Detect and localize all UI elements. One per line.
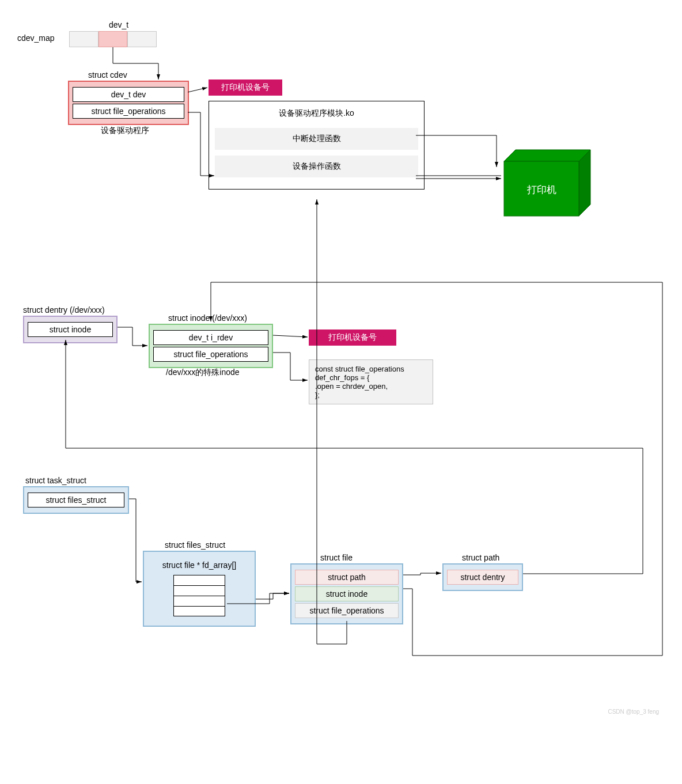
cdev-map-slot-3 bbox=[127, 31, 157, 47]
dev-t-label: dev_t bbox=[109, 20, 128, 29]
struct-path-box: struct dentry bbox=[442, 563, 523, 591]
ko-irq-handler: 中断处理函数 bbox=[215, 128, 418, 150]
cdev-map-label: cdev_map bbox=[17, 33, 55, 43]
cdev-map-slot-2 bbox=[98, 31, 128, 47]
svg-marker-0 bbox=[504, 150, 590, 161]
cdev-map-slot-1 bbox=[69, 31, 98, 47]
task-struct-title: struct task_struct bbox=[25, 476, 86, 485]
code-box: const struct file_operations def_chr_fop… bbox=[309, 359, 433, 404]
svg-marker-1 bbox=[579, 150, 590, 216]
inode-field-fops: struct file_operations bbox=[153, 347, 268, 362]
task-field-files: struct files_struct bbox=[28, 493, 124, 507]
struct-cdev-title: struct cdev bbox=[88, 70, 127, 79]
ko-ops-handler: 设备操作函数 bbox=[215, 156, 418, 177]
dentry-field-inode: struct inode bbox=[28, 322, 113, 337]
fd-array-slot-3 bbox=[173, 596, 225, 606]
fd-array-slot-4 bbox=[173, 606, 225, 616]
struct-dentry-box: struct inode bbox=[23, 316, 118, 343]
fd-array-slot-1 bbox=[173, 575, 225, 585]
printer-3d-icon: 打印机 bbox=[492, 150, 596, 225]
struct-dentry-title: struct dentry (/dev/xxx) bbox=[23, 305, 105, 315]
svg-text:打印机: 打印机 bbox=[526, 184, 556, 195]
files-struct-box: struct file * fd_array[] bbox=[143, 551, 256, 627]
struct-path-title: struct path bbox=[462, 553, 499, 562]
svg-rect-2 bbox=[504, 161, 579, 216]
task-struct-box: struct files_struct bbox=[23, 486, 129, 514]
file-field-fops: struct file_operations bbox=[295, 603, 399, 618]
file-field-inode: struct inode bbox=[295, 586, 399, 601]
printer-dev-num-2: 打印机设备号 bbox=[309, 329, 396, 346]
struct-file-box: struct path struct inode struct file_ope… bbox=[290, 563, 403, 624]
ko-module-box: 设备驱动程序模块.ko 中断处理函数 设备操作函数 bbox=[209, 101, 425, 190]
cdev-field-fops: struct file_operations bbox=[73, 104, 184, 119]
struct-file-title: struct file bbox=[320, 553, 353, 562]
path-field-dentry: struct dentry bbox=[447, 570, 518, 585]
printer-dev-num-1: 打印机设备号 bbox=[209, 79, 282, 96]
struct-cdev-box: dev_t dev struct file_operations bbox=[68, 81, 189, 125]
struct-inode-box: dev_t i_rdev struct file_operations bbox=[149, 324, 273, 368]
struct-inode-caption: /dev/xxx的特殊inode bbox=[166, 368, 240, 378]
fd-array-slot-2 bbox=[173, 585, 225, 596]
ko-title: 设备驱动程序模块.ko bbox=[215, 107, 418, 122]
watermark: CSDN @top_3 feng bbox=[608, 709, 659, 715]
inode-field-irdev: dev_t i_rdev bbox=[153, 330, 268, 345]
cdev-field-dev: dev_t dev bbox=[73, 87, 184, 102]
files-field-fdarray: struct file * fd_array[] bbox=[147, 557, 251, 573]
struct-inode-title: struct inode (/dev/xxx) bbox=[168, 313, 247, 323]
file-field-path: struct path bbox=[295, 570, 399, 585]
struct-cdev-caption: 设备驱动程序 bbox=[101, 126, 149, 136]
files-struct-title: struct files_struct bbox=[165, 540, 225, 550]
